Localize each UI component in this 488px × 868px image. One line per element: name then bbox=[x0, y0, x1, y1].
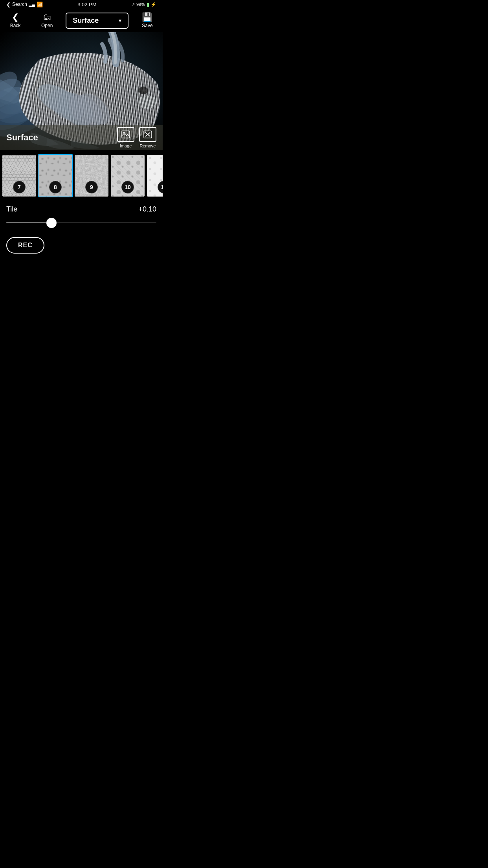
texture-strip: 7 8 9 10 11 bbox=[0, 150, 163, 201]
tile-control: Tile +0.10 bbox=[0, 201, 163, 232]
status-right: ↗ 99% ▮ ⚡ bbox=[131, 2, 156, 7]
rec-button-area: REC bbox=[0, 232, 163, 259]
image-button[interactable]: Image bbox=[117, 127, 134, 148]
slider-fill bbox=[6, 223, 51, 223]
lightning-icon: ⚡ bbox=[151, 2, 156, 7]
save-icon: 💾 bbox=[142, 13, 152, 22]
chevron-down-icon: ▾ bbox=[119, 17, 121, 24]
tile-slider[interactable] bbox=[6, 217, 156, 228]
svg-point-17 bbox=[143, 88, 146, 92]
texture-item-11[interactable]: 11 bbox=[146, 154, 163, 197]
tile-header: Tile +0.10 bbox=[6, 205, 156, 213]
save-button[interactable]: 💾 Save bbox=[138, 13, 157, 28]
toolbar: ❮ Back 🗂 Open Surface ▾ 💾 Save bbox=[0, 9, 163, 32]
texture-item-8[interactable]: 8 bbox=[38, 154, 73, 197]
tile-label: Tile bbox=[6, 205, 17, 213]
texture-badge-10: 10 bbox=[121, 181, 134, 193]
status-bar: ❮ Search ▂▄ 📶 3:02 PM ↗ 99% ▮ ⚡ bbox=[0, 0, 163, 9]
back-label: Back bbox=[10, 23, 21, 28]
overlay-actions: Image Remove bbox=[117, 127, 156, 148]
overlay-bar: Surface Image bbox=[0, 125, 163, 150]
location-icon: ↗ bbox=[131, 2, 135, 7]
battery-icon: ▮ bbox=[147, 2, 149, 7]
open-button[interactable]: 🗂 Open bbox=[37, 13, 57, 28]
texture-badge-7: 7 bbox=[13, 181, 26, 193]
wifi-icon: 📶 bbox=[37, 2, 43, 7]
slider-thumb[interactable] bbox=[46, 218, 57, 228]
surface-dropdown[interactable]: Surface ▾ bbox=[66, 13, 128, 29]
back-button[interactable]: ❮ Back bbox=[6, 13, 25, 28]
status-left: ❮ Search ▂▄ 📶 bbox=[6, 2, 43, 7]
signal-icon: ▂▄ bbox=[29, 2, 35, 7]
folder-icon: 🗂 bbox=[43, 13, 51, 22]
status-time: 3:02 PM bbox=[77, 2, 96, 7]
image-icon-box bbox=[117, 127, 134, 142]
back-chevron-icon: ❮ bbox=[6, 2, 11, 7]
canvas-area: Surface Image bbox=[0, 32, 163, 150]
save-label: Save bbox=[142, 23, 152, 28]
texture-item-7[interactable]: 7 bbox=[2, 154, 37, 197]
texture-item-9[interactable]: 9 bbox=[74, 154, 109, 197]
battery-percent: 99% bbox=[136, 2, 145, 7]
image-label: Image bbox=[120, 143, 132, 148]
texture-badge-8: 8 bbox=[49, 181, 62, 193]
rec-button[interactable]: REC bbox=[6, 237, 44, 254]
texture-badge-9: 9 bbox=[85, 181, 98, 193]
status-back-text: Search bbox=[12, 2, 27, 7]
texture-item-10[interactable]: 10 bbox=[110, 154, 145, 197]
image-icon bbox=[121, 131, 130, 138]
overlay-title: Surface bbox=[6, 132, 38, 143]
open-label: Open bbox=[41, 23, 53, 28]
remove-icon bbox=[143, 131, 152, 138]
tile-value: +0.10 bbox=[138, 205, 156, 213]
remove-button[interactable]: Remove bbox=[139, 127, 156, 148]
remove-icon-box bbox=[139, 127, 156, 142]
slider-track bbox=[6, 223, 156, 223]
remove-label: Remove bbox=[140, 143, 156, 148]
back-arrow-icon: ❮ bbox=[12, 13, 19, 22]
dropdown-text: Surface bbox=[73, 17, 99, 25]
